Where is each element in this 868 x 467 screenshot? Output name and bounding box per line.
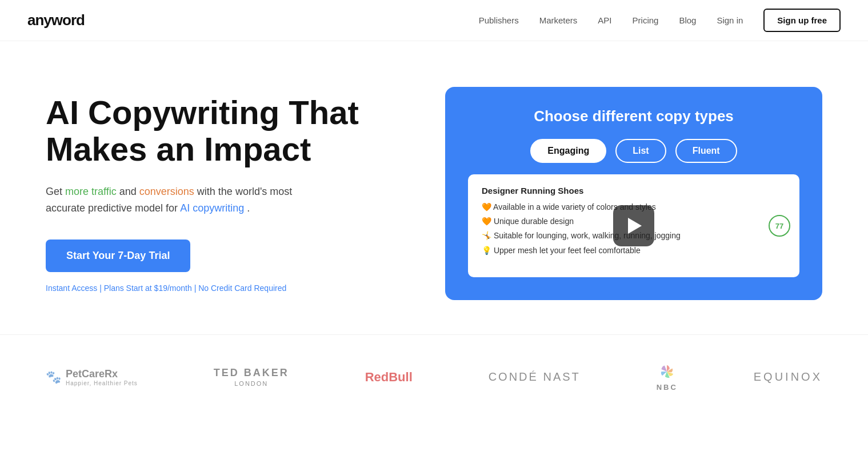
copy-type-engaging[interactable]: Engaging [530,139,606,163]
hero-title: AI Copywriting That Makes an Impact [46,94,366,167]
hero-subtitle: Get more traffic and conversions with th… [46,183,320,217]
play-button[interactable] [613,205,654,246]
hero-left: AI Copywriting That Makes an Impact Get … [46,94,366,292]
copy-type-fluent[interactable]: Fluent [675,139,737,163]
cta-button[interactable]: Start Your 7-Day Trial [46,240,190,272]
navbar: anyword Publishers Marketers API Pricing… [0,0,868,41]
subtitle-blue: AI copywriting [180,202,244,214]
subtitle-end: . [247,202,250,214]
product-title: Designer Running Shoes [482,186,786,195]
nav-links: Publishers Marketers API Pricing Blog Si… [479,9,841,32]
logo[interactable]: anyword [27,11,85,29]
logo-tedbaker: TED BAKER LONDON [214,367,289,387]
score-badge: 77 [769,215,790,237]
copy-type-list[interactable]: List [615,139,666,163]
subtitle-part2: and [119,186,139,197]
nav-publishers[interactable]: Publishers [479,15,519,25]
video-container: Designer Running Shoes 🧡 Available in a … [468,174,799,277]
tedbaker-main: TED BAKER [214,367,289,379]
logo-condenast: CONDÉ NAST [489,370,581,384]
petcare-text-block: PetCareRx Happier, Healthier Pets [66,368,138,386]
video-panel-title: Choose different copy types [468,107,799,125]
redbull-text: RedBull [365,370,413,385]
logo-equinox: EQUINOX [754,370,822,384]
nbc-peacock-icon [658,362,676,381]
logo-nbc: NBC [657,362,678,392]
condenast-text: CONDÉ NAST [489,370,581,384]
nav-marketers[interactable]: Marketers [539,15,578,25]
tedbaker-sub: LONDON [234,380,268,387]
logos-section: 🐾 PetCareRx Happier, Healthier Pets TED … [0,334,868,419]
paw-icon: 🐾 [46,370,61,385]
logo-petcare: 🐾 PetCareRx Happier, Healthier Pets [46,368,138,386]
subtitle-orange: conversions [139,186,194,197]
hero-right: Choose different copy types Engaging Lis… [445,87,822,300]
equinox-text: EQUINOX [754,370,822,384]
hero-subtext: Instant Access | Plans Start at $19/mont… [46,284,366,293]
nav-signin[interactable]: Sign in [717,15,743,25]
logo-redbull: RedBull [365,370,413,385]
subtitle-part1: Get [46,186,65,197]
subtitle-green: more traffic [65,186,117,197]
nbc-wrapper: NBC [657,362,678,392]
video-panel: Choose different copy types Engaging Lis… [445,87,822,300]
nav-api[interactable]: API [598,15,611,25]
petcare-name: PetCareRx [66,368,138,380]
nav-blog[interactable]: Blog [679,15,696,25]
play-icon [628,218,642,234]
copy-type-buttons: Engaging List Fluent [468,139,799,163]
petcare-wrapper: 🐾 PetCareRx Happier, Healthier Pets [46,368,138,386]
hero-section: AI Copywriting That Makes an Impact Get … [0,41,868,334]
nbc-label: NBC [657,383,678,392]
nav-signup-button[interactable]: Sign up free [763,9,841,32]
petcare-sub: Happier, Healthier Pets [66,380,138,386]
nav-pricing[interactable]: Pricing [633,15,659,25]
